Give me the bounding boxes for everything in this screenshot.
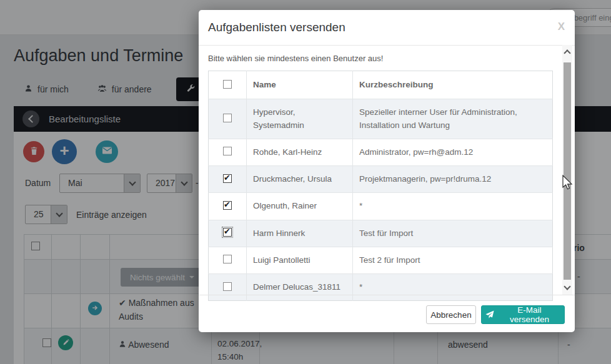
modal-hint: Bitte wählen sie mindestens einen Benutz…: [208, 54, 383, 63]
send-email-label: E-Mail versenden: [499, 305, 560, 324]
select-all-users-checkbox[interactable]: [223, 80, 232, 89]
user-name: Olgenuth, Rainer: [247, 193, 353, 220]
send-tasklists-modal: Aufgabenlisten versenden X Bitte wählen …: [199, 10, 575, 332]
user-name: Luigi Pantolletti: [247, 247, 353, 273]
scroll-down-icon[interactable]: [564, 283, 570, 290]
modal-footer: Abbrechen E-Mail versenden: [199, 295, 575, 333]
user-desc: Projektmanagerin, pw=pr!druma.12: [353, 166, 553, 193]
paper-plane-icon: [485, 310, 494, 319]
user-desc: Test für Import: [353, 220, 553, 247]
user-table-header-row: Name Kurzbeschreibung: [209, 71, 553, 99]
user-name: Rohde, Karl-Heinz: [247, 139, 353, 165]
column-header-name: Name: [247, 71, 353, 99]
cancel-button[interactable]: Abbrechen: [426, 305, 476, 324]
user-table-body: Hypervisor, SystemadminSpezieller intern…: [209, 99, 553, 301]
column-header-desc: Kurzbeschreibung: [353, 71, 553, 99]
user-row: Druckmacher, UrsulaProjektmanagerin, pw=…: [209, 166, 553, 193]
user-row: Rohde, Karl-HeinzAdministrator, pw=rh@ad…: [209, 139, 553, 165]
user-name: Harm Hinnerk: [247, 220, 353, 247]
user-name: Druckmacher, Ursula: [247, 166, 353, 193]
user-table: Name Kurzbeschreibung Hypervisor, System…: [208, 71, 553, 301]
app-window: Aufgaben und Termine für mich für andere…: [0, 0, 611, 364]
user-checkbox[interactable]: [223, 228, 232, 237]
scroll-up-icon[interactable]: [564, 49, 570, 56]
user-checkbox[interactable]: [223, 147, 232, 155]
user-checkbox[interactable]: [223, 255, 232, 263]
close-icon[interactable]: X: [558, 21, 565, 33]
user-row: Olgenuth, Rainer*: [209, 193, 553, 220]
user-row: Hypervisor, SystemadminSpezieller intern…: [209, 99, 553, 139]
user-checkbox[interactable]: [223, 282, 232, 291]
user-row: Harm HinnerkTest für Import: [209, 220, 553, 247]
user-checkbox[interactable]: [223, 114, 232, 122]
user-row: Luigi PantollettiTest 2 für Import: [209, 247, 553, 273]
mouse-cursor: [562, 175, 573, 194]
user-desc: Spezieller interner User für Administrat…: [353, 99, 553, 139]
user-desc: *: [353, 193, 553, 220]
modal-title: Aufgabenlisten versenden: [208, 21, 345, 34]
modal-header: Aufgabenlisten versenden X: [199, 10, 575, 46]
scrollbar-thumb[interactable]: [564, 62, 571, 280]
send-email-button[interactable]: E-Mail versenden: [481, 305, 565, 324]
user-desc: Administrator, pw=rh@adm.12: [353, 139, 553, 165]
user-checkbox[interactable]: [223, 174, 232, 183]
user-desc: Test 2 für Import: [353, 247, 553, 273]
modal-scrollbar[interactable]: [562, 45, 572, 295]
user-checkbox[interactable]: [223, 201, 232, 210]
user-name: Hypervisor, Systemadmin: [247, 99, 353, 139]
